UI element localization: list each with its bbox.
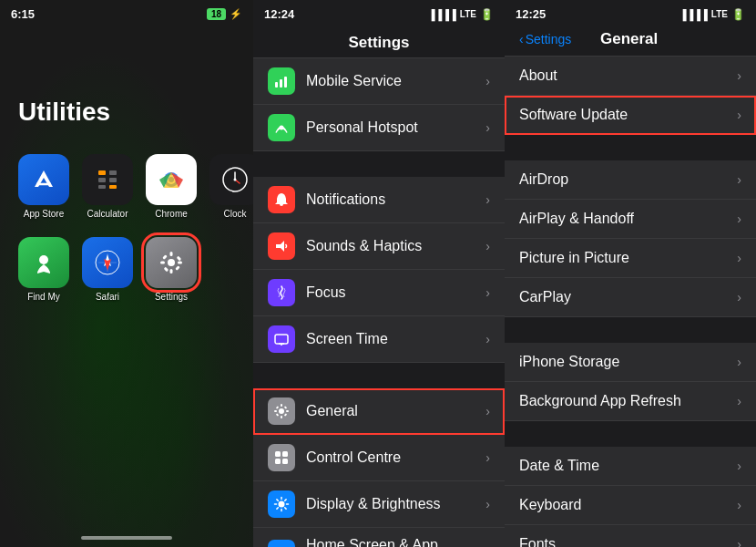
section-gap-2 bbox=[253, 363, 505, 388]
about-chevron: › bbox=[737, 68, 741, 83]
app-icon-safari bbox=[82, 237, 133, 288]
app-item-chrome[interactable]: Chrome bbox=[146, 154, 197, 219]
general-section-4: Date & Time › Keyboard › Fonts › Languag… bbox=[505, 447, 756, 547]
calculator-svg-icon bbox=[94, 166, 121, 193]
app-item-clock[interactable]: Clock bbox=[209, 154, 253, 219]
screen-time-icon bbox=[268, 325, 295, 353]
app-icon-settings bbox=[146, 237, 197, 288]
iphone-storage-label: iPhone Storage bbox=[519, 354, 737, 370]
app-icon-appstore bbox=[18, 154, 69, 205]
notifications-chevron: › bbox=[485, 192, 490, 207]
personal-hotspot-chevron: › bbox=[485, 120, 490, 135]
svg-rect-41 bbox=[276, 406, 280, 409]
svg-rect-5 bbox=[109, 185, 117, 189]
mobile-service-icon bbox=[268, 67, 295, 95]
svg-rect-48 bbox=[282, 459, 288, 464]
svg-point-36 bbox=[279, 408, 284, 414]
personal-hotspot-label: Personal Hotspot bbox=[306, 119, 485, 136]
settings-row-mobile-service[interactable]: Mobile Service › bbox=[253, 58, 505, 105]
general-status-icons: ▐▐▐▐ LTE 🔋 bbox=[679, 8, 745, 21]
app-item-safari[interactable]: Safari bbox=[82, 237, 133, 302]
settings-nav-bar: Settings bbox=[253, 25, 505, 58]
general-nav-bar: ‹ Settings General bbox=[505, 25, 756, 57]
mobile-service-label: Mobile Service bbox=[306, 73, 485, 89]
signal-icon: ▐▐▐▐ bbox=[428, 9, 456, 20]
app-label-appstore: App Store bbox=[24, 209, 64, 219]
settings-row-sounds[interactable]: Sounds & Haptics › bbox=[253, 223, 505, 270]
settings-row-focus[interactable]: Focus › bbox=[253, 270, 505, 316]
general-row-picture-in-picture[interactable]: Picture in Picture › bbox=[505, 239, 756, 278]
settings-row-control-centre[interactable]: Control Centre › bbox=[253, 435, 505, 481]
software-update-chevron: › bbox=[737, 108, 741, 122]
control-centre-icon bbox=[268, 444, 295, 471]
notifications-label: Notifications bbox=[306, 191, 485, 208]
svg-rect-24 bbox=[162, 254, 168, 260]
date-time-chevron: › bbox=[737, 459, 741, 473]
app-item-appstore[interactable]: App Store bbox=[18, 154, 69, 219]
general-gap-1 bbox=[505, 135, 756, 160]
home-screen-label: Home Screen & App Library bbox=[306, 537, 485, 547]
svg-line-54 bbox=[277, 500, 278, 501]
focus-icon bbox=[268, 279, 295, 306]
svg-rect-26 bbox=[164, 267, 169, 273]
app-icon-chrome bbox=[146, 154, 197, 205]
svg-rect-1 bbox=[109, 170, 117, 175]
settings-row-display-brightness[interactable]: Display & Brightness › bbox=[253, 481, 505, 528]
general-screen: 12:25 ▐▐▐▐ LTE 🔋 ‹ Settings General Abou… bbox=[505, 0, 756, 547]
settings-section-connectivity: Mobile Service › Personal Hotspot › bbox=[253, 58, 505, 151]
airdrop-label: AirDrop bbox=[519, 171, 737, 188]
settings-screen: 12:24 ▐▐▐▐ LTE 🔋 Settings Mobile Service… bbox=[253, 0, 505, 547]
fonts-chevron: › bbox=[737, 537, 741, 547]
svg-rect-46 bbox=[282, 451, 288, 457]
general-row-date-time[interactable]: Date & Time › bbox=[505, 447, 756, 486]
settings-section-notifications: Notifications › Sounds & Haptics › Focus… bbox=[253, 177, 505, 363]
general-chevron: › bbox=[485, 404, 490, 418]
general-row-keyboard[interactable]: Keyboard › bbox=[505, 486, 756, 525]
utilities-title: Utilities bbox=[0, 25, 253, 145]
app-item-findmy[interactable]: Find My bbox=[18, 237, 69, 302]
app-icon-calculator bbox=[82, 154, 133, 205]
settings-row-personal-hotspot[interactable]: Personal Hotspot › bbox=[253, 105, 505, 151]
settings-row-screen-time[interactable]: Screen Time › bbox=[253, 316, 505, 363]
app-item-calculator[interactable]: Calculator bbox=[82, 154, 133, 219]
home-screen: 6:15 18 ⚡ Utilities App Store bbox=[0, 0, 253, 547]
svg-rect-23 bbox=[178, 262, 182, 264]
general-row-iphone-storage[interactable]: iPhone Storage › bbox=[505, 343, 756, 382]
app-label-clock: Clock bbox=[223, 209, 246, 219]
general-nav-title: General bbox=[571, 30, 687, 48]
date-time-label: Date & Time bbox=[519, 458, 737, 474]
svg-rect-20 bbox=[170, 252, 173, 256]
sounds-icon bbox=[268, 232, 295, 260]
svg-line-55 bbox=[285, 508, 286, 509]
settings-row-general[interactable]: General › bbox=[253, 388, 505, 435]
nav-back-button[interactable]: ‹ Settings bbox=[519, 32, 571, 46]
svg-rect-28 bbox=[275, 82, 278, 88]
settings-row-home-screen[interactable]: Home Screen & App Library › bbox=[253, 528, 505, 547]
svg-rect-40 bbox=[286, 410, 289, 412]
picture-in-picture-label: Picture in Picture bbox=[519, 250, 737, 266]
control-centre-label: Control Centre bbox=[306, 449, 485, 466]
display-brightness-chevron: › bbox=[485, 497, 490, 511]
battery-icon-settings: 🔋 bbox=[480, 8, 494, 21]
general-battery-icon: 🔋 bbox=[731, 8, 745, 21]
general-row-airdrop[interactable]: AirDrop › bbox=[505, 160, 756, 200]
appstore-svg-icon bbox=[29, 165, 58, 194]
battery-badge: 18 bbox=[207, 8, 226, 20]
general-nav-row: ‹ Settings General bbox=[519, 25, 741, 50]
home-screen-icon bbox=[268, 540, 295, 547]
svg-rect-29 bbox=[280, 79, 282, 88]
keyboard-label: Keyboard bbox=[519, 497, 737, 513]
settings-row-notifications[interactable]: Notifications › bbox=[253, 177, 505, 223]
app-item-settings[interactable]: Settings bbox=[146, 237, 197, 302]
general-row-fonts[interactable]: Fonts › bbox=[505, 525, 756, 547]
sounds-chevron: › bbox=[485, 239, 490, 253]
general-row-airplay-handoff[interactable]: AirPlay & Handoff › bbox=[505, 200, 756, 239]
background-refresh-label: Background App Refresh bbox=[519, 393, 737, 409]
general-row-software-update[interactable]: Software Update › bbox=[505, 96, 756, 135]
general-row-about[interactable]: About › bbox=[505, 57, 756, 96]
keyboard-chevron: › bbox=[737, 498, 741, 512]
general-row-background-refresh[interactable]: Background App Refresh › bbox=[505, 382, 756, 421]
general-row-carplay[interactable]: CarPlay › bbox=[505, 278, 756, 317]
svg-marker-32 bbox=[276, 241, 284, 252]
app-label-findmy: Find My bbox=[27, 292, 60, 302]
